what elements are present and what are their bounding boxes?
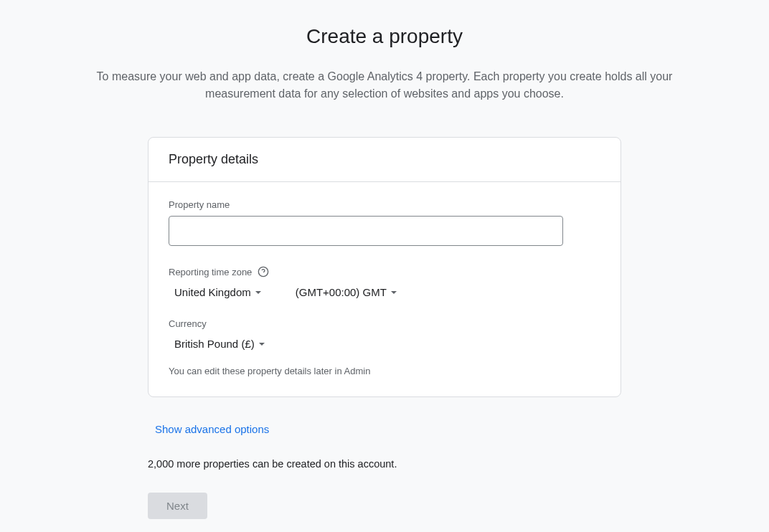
next-button[interactable]: Next [148, 493, 207, 519]
edit-note: You can edit these property details late… [169, 366, 600, 376]
property-name-input[interactable] [169, 216, 563, 246]
country-value: United Kingdom [174, 286, 251, 298]
card-header: Property details [148, 138, 621, 182]
chevron-down-icon [259, 343, 265, 346]
page-title: Create a property [306, 25, 463, 48]
chevron-down-icon [255, 291, 261, 294]
page-description: To measure your web and app data, create… [83, 68, 686, 103]
currency-label: Currency [169, 318, 600, 329]
currency-dropdown[interactable]: British Pound (£) [169, 335, 270, 353]
property-details-card: Property details Property name Reporting… [148, 137, 621, 397]
card-header-title: Property details [169, 152, 600, 167]
property-name-label: Property name [169, 199, 600, 210]
chevron-down-icon [391, 291, 397, 294]
timezone-label: Reporting time zone [169, 266, 600, 277]
currency-value: British Pound (£) [174, 338, 255, 350]
show-advanced-options-link[interactable]: Show advanced options [148, 420, 276, 438]
timezone-dropdown[interactable]: (GMT+00:00) GMT [290, 283, 402, 301]
timezone-label-text: Reporting time zone [169, 267, 252, 277]
quota-text: 2,000 more properties can be created on … [148, 458, 621, 470]
country-dropdown[interactable]: United Kingdom [169, 283, 267, 301]
help-icon[interactable] [258, 266, 269, 277]
timezone-value: (GMT+00:00) GMT [296, 286, 387, 298]
